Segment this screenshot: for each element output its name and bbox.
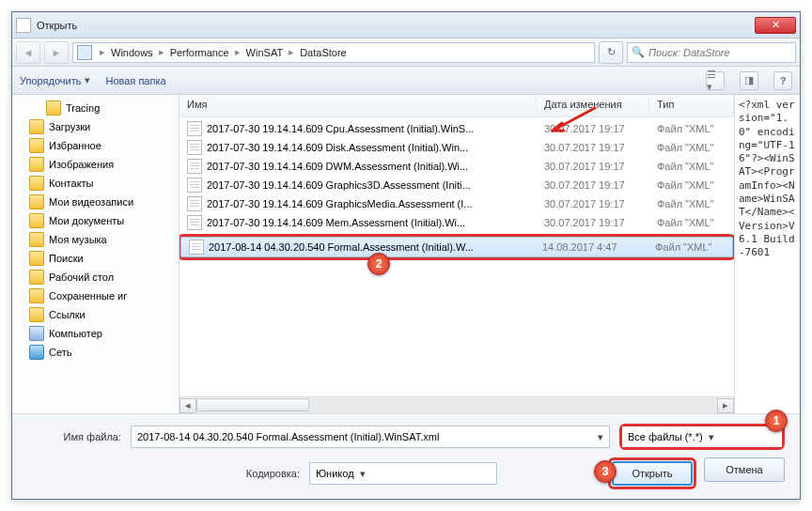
file-icon — [187, 178, 202, 193]
close-button[interactable]: ✕ — [755, 17, 796, 34]
refresh-button[interactable]: ↻ — [599, 41, 623, 64]
filename-label: Имя файла: — [27, 431, 121, 442]
col-date[interactable]: Дата изменения — [537, 95, 649, 116]
tree-item[interactable]: Моя музыка — [12, 230, 179, 249]
tree-item[interactable]: Сеть — [12, 343, 179, 362]
filename-input[interactable] — [131, 426, 610, 448]
crumb-1[interactable]: Performance — [166, 47, 233, 58]
tree-item[interactable]: Tracing — [12, 99, 179, 117]
column-headers: Имя Дата изменения Тип — [180, 95, 734, 117]
file-icon — [187, 159, 202, 174]
search-icon: 🔍 — [632, 46, 645, 59]
window-title: Открыть — [37, 20, 755, 31]
col-name[interactable]: Имя — [180, 95, 537, 116]
folder-icon — [46, 101, 61, 116]
cancel-button[interactable]: Отмена — [704, 457, 785, 482]
back-button[interactable]: ◄ — [16, 41, 40, 64]
annotation-badge-1: 1 — [765, 410, 788, 432]
h-scrollbar[interactable]: ◂▸ — [180, 396, 734, 413]
folder-icon — [29, 213, 44, 228]
preview-pane-button[interactable]: ◨ — [740, 71, 758, 90]
folder-icon — [29, 232, 44, 247]
tree-item[interactable]: Мои документы — [12, 211, 179, 230]
folder-icon — [29, 270, 44, 285]
folder-icon — [29, 194, 44, 209]
tree-item[interactable]: Сохраненные иг — [12, 286, 179, 305]
tree-item[interactable]: Ссылки — [12, 305, 179, 324]
crumb-3[interactable]: DataStore — [296, 47, 351, 58]
folder-icon — [29, 288, 44, 303]
forward-button[interactable]: ► — [44, 41, 69, 64]
crumb-0[interactable]: Windows — [107, 47, 157, 58]
tree-item[interactable]: Загрузки — [12, 117, 179, 136]
tree-item[interactable]: Мои видеозаписи — [12, 193, 179, 211]
address-bar[interactable]: ▸ Windows▸ Performance▸ WinSAT▸ DataStor… — [72, 42, 595, 63]
search-input[interactable] — [648, 47, 791, 58]
view-button[interactable]: ☰ ▾ — [706, 71, 725, 90]
computer-icon — [29, 326, 44, 341]
navbar: ◄ ► ▸ Windows▸ Performance▸ WinSAT▸ Data… — [12, 39, 800, 67]
folder-icon — [29, 138, 44, 153]
file-row[interactable]: 2017-07-30 19.14.14.609 Cpu.Assessment (… — [180, 119, 734, 138]
file-icon — [187, 121, 202, 136]
network-icon — [29, 345, 44, 360]
file-row[interactable]: 2017-07-30 19.14.14.609 Mem.Assessment (… — [180, 213, 734, 232]
file-type-filter[interactable]: Все файлы (*.*) — [622, 426, 782, 447]
help-button[interactable]: ? — [773, 71, 792, 90]
organize-button[interactable]: Упорядочить▾ — [20, 74, 90, 86]
tree-item[interactable]: Поиски — [12, 249, 179, 268]
toolbar: Упорядочить▾ Новая папка ☰ ▾ ◨ ? — [12, 67, 800, 95]
computer-icon — [77, 45, 92, 60]
filter-highlight: Все файлы (*.*) 1 — [619, 424, 785, 450]
file-icon — [187, 215, 202, 230]
newfolder-button[interactable]: Новая папка — [105, 75, 165, 86]
app-icon — [16, 18, 31, 33]
tree-item[interactable]: Контакты — [12, 174, 179, 193]
encoding-label: Кодировка: — [27, 468, 300, 479]
file-icon — [189, 240, 204, 255]
crumb-2[interactable]: WinSAT — [242, 47, 288, 58]
file-row[interactable]: 2017-07-30 19.14.14.609 DWM.Assessment (… — [180, 157, 734, 176]
col-type[interactable]: Тип — [649, 95, 734, 116]
folder-icon — [29, 251, 44, 266]
file-row[interactable]: 2017-07-30 19.14.14.609 Graphics3D.Asses… — [180, 176, 734, 194]
folder-icon — [29, 157, 44, 172]
tree-item[interactable]: Компьютер — [12, 324, 179, 343]
file-row[interactable]: 2017-08-14 04.30.20.540 Formal.Assessmen… — [180, 237, 733, 257]
file-icon — [187, 140, 202, 155]
file-icon — [187, 196, 202, 211]
tree-item[interactable]: Рабочий стол — [12, 268, 179, 286]
folder-icon — [29, 307, 44, 322]
tree-item[interactable]: Избранное — [12, 136, 179, 155]
preview-pane: <?xml version="1.0" encoding="UTF-16"?><… — [734, 95, 800, 413]
search-box[interactable]: 🔍 — [627, 42, 796, 63]
open-button[interactable]: Открыть — [612, 461, 693, 486]
folder-icon — [29, 119, 44, 134]
encoding-combo[interactable]: Юникод — [309, 462, 497, 485]
file-row[interactable]: 2017-07-30 19.14.14.609 Disk.Assessment … — [180, 138, 734, 157]
annotation-badge-3: 3 — [594, 460, 617, 483]
folder-icon — [29, 176, 44, 191]
nav-tree[interactable]: TracingЗагрузкиИзбранноеИзображенияКонта… — [12, 95, 180, 413]
file-list[interactable]: 2017-07-30 19.14.14.609 Cpu.Assessment (… — [180, 117, 734, 396]
titlebar: Открыть ✕ — [12, 12, 800, 39]
tree-item[interactable]: Изображения — [12, 155, 179, 174]
file-row[interactable]: 2017-07-30 19.14.14.609 GraphicsMedia.As… — [180, 194, 734, 213]
annotation-badge-2: 2 — [367, 253, 390, 275]
